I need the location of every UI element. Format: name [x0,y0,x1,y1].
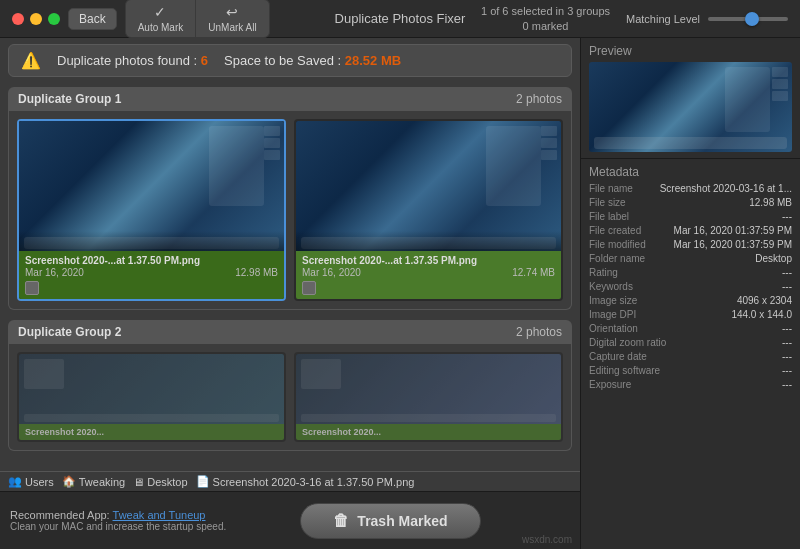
trash-btn-container: 🗑 Trash Marked [267,503,514,539]
dock-strip-1 [24,237,279,249]
trash-marked-button[interactable]: 🗑 Trash Marked [300,503,480,539]
metadata-row: File label --- [589,211,792,222]
meta-value: 144.0 x 144.0 [731,309,792,320]
path-file-label: Screenshot 2020-3-16 at 1.37.50 PM.png [213,476,415,488]
group1-header: Duplicate Group 1 2 photos [8,87,572,111]
photo1-checkbox[interactable] [25,281,39,295]
groups-container: Duplicate Group 1 2 photos [0,81,580,471]
users-icon: 👥 [8,475,22,488]
selected-count: 1 of 6 selected in 3 groups [481,4,610,18]
photo1-date: Mar 16, 2020 [25,267,84,278]
path-item-tweaking[interactable]: 🏠 Tweaking [62,475,125,488]
path-item-users[interactable]: 👥 Users [8,475,54,488]
maximize-button[interactable] [48,13,60,25]
matching-slider-track [708,17,788,21]
photo-item-1[interactable]: Screenshot 2020-...at 1.37.50 PM.png Mar… [17,119,286,301]
matching-slider-thumb[interactable] [745,12,759,26]
unmarkall-label: UnMark All [208,22,256,33]
toolbar-group: ✓ Auto Mark ↩ UnMark All [125,0,270,38]
path-item-desktop[interactable]: 🖥 Desktop [133,476,187,488]
meta-value: --- [782,267,792,278]
bottom-bar: Recommended App: Tweak and Tuneup Clean … [0,491,580,549]
automark-button[interactable]: ✓ Auto Mark [126,0,197,37]
desktop-icons-2 [541,126,559,160]
desktop-icon-2b [541,138,557,148]
meta-key: File size [589,197,626,208]
metadata-row: Image size 4096 x 2304 [589,295,792,306]
path-tweaking-label: Tweaking [79,476,125,488]
meta-value: --- [782,351,792,362]
automark-icon: ✓ [154,4,166,20]
desktop-icon-1c [264,150,280,160]
meta-key: Exposure [589,379,631,390]
metadata-row: File name Screenshot 2020-03-16 at 1... [589,183,792,194]
photo-item-3[interactable]: Screenshot 2020... [17,352,286,442]
photo-info-2: Screenshot 2020-...at 1.37.35 PM.png Mar… [296,251,561,299]
metadata-row: Image DPI 144.0 x 144.0 [589,309,792,320]
meta-value: 4096 x 2304 [737,295,792,306]
meta-key: Capture date [589,351,647,362]
close-button[interactable] [12,13,24,25]
path-desktop-label: Desktop [147,476,187,488]
ad-bar: Recommended App: Tweak and Tuneup [10,509,257,521]
meta-key: Editing software [589,365,660,376]
meta-value: --- [782,379,792,390]
photo-item-4[interactable]: Screenshot 2020... [294,352,563,442]
ad-link[interactable]: Tweak and Tuneup [113,509,206,521]
metadata-row: Folder name Desktop [589,253,792,264]
path-item-file[interactable]: 📄 Screenshot 2020-3-16 at 1.37.50 PM.png [196,475,415,488]
right-panel: Preview Metadata File name Screenshot 20… [580,38,800,549]
matching-label: Matching Level [626,13,700,25]
photo-info-1: Screenshot 2020-...at 1.37.50 PM.png Mar… [19,251,284,299]
selection-info: 1 of 6 selected in 3 groups 0 marked [481,4,610,33]
desktop-icon-1b [264,138,280,148]
meta-value: Mar 16, 2020 01:37:59 PM [674,239,792,250]
path-users-label: Users [25,476,54,488]
desktop-icon-2a [541,126,557,136]
meta-value: --- [782,211,792,222]
prev-icon-c [772,91,788,101]
metadata-row: Rating --- [589,267,792,278]
metadata-row: File modified Mar 16, 2020 01:37:59 PM [589,239,792,250]
dup-label-text: Duplicate photos found : [57,53,197,68]
meta-value: --- [782,323,792,334]
meta-key: Rating [589,267,618,278]
photo1-size: 12.98 MB [235,267,278,278]
photo-thumbnail-3 [19,354,284,424]
file-icon: 📄 [196,475,210,488]
meta-key: Folder name [589,253,645,264]
traffic-lights [12,13,60,25]
prev-icon-a [772,67,788,77]
unmarkall-button[interactable]: ↩ UnMark All [196,0,268,37]
metadata-row: Exposure --- [589,379,792,390]
meta-key: Digital zoom ratio [589,337,666,348]
path-bar: 👥 Users 🏠 Tweaking 🖥 Desktop 📄 Screensho… [0,471,580,491]
photo2-checkbox[interactable] [302,281,316,295]
meta-key: File label [589,211,629,222]
group2-title: Duplicate Group 2 [18,325,121,339]
metadata-row: Keywords --- [589,281,792,292]
preview-image [589,62,792,152]
desktop-icon-2c [541,150,557,160]
main-content: ⚠️ Duplicate photos found : 6 Space to b… [0,38,800,549]
meta-key: Orientation [589,323,638,334]
metadata-row: Editing software --- [589,365,792,376]
meta-value: --- [782,365,792,376]
photo-item-2[interactable]: Screenshot 2020-...at 1.37.35 PM.png Mar… [294,119,563,301]
photo2-date: Mar 16, 2020 [302,267,361,278]
meta-value: Mar 16, 2020 01:37:59 PM [674,225,792,236]
back-button[interactable]: Back [68,8,117,30]
metadata-row: Digital zoom ratio --- [589,337,792,348]
metadata-rows: File name Screenshot 2020-03-16 at 1... … [589,183,792,390]
minimize-button[interactable] [30,13,42,25]
prev-icon-b [772,79,788,89]
screenshot-sim-2 [296,121,561,251]
photo1-meta: Mar 16, 2020 12.98 MB [25,267,278,278]
meta-value: Desktop [755,253,792,264]
group1-count: 2 photos [516,92,562,106]
left-panel: ⚠️ Duplicate photos found : 6 Space to b… [0,38,580,549]
matching-level: Matching Level [626,13,788,25]
screenshot-sim-1 [19,121,284,251]
brand-label: wsxdn.com [514,530,580,549]
group1-photos: Screenshot 2020-...at 1.37.50 PM.png Mar… [8,111,572,310]
